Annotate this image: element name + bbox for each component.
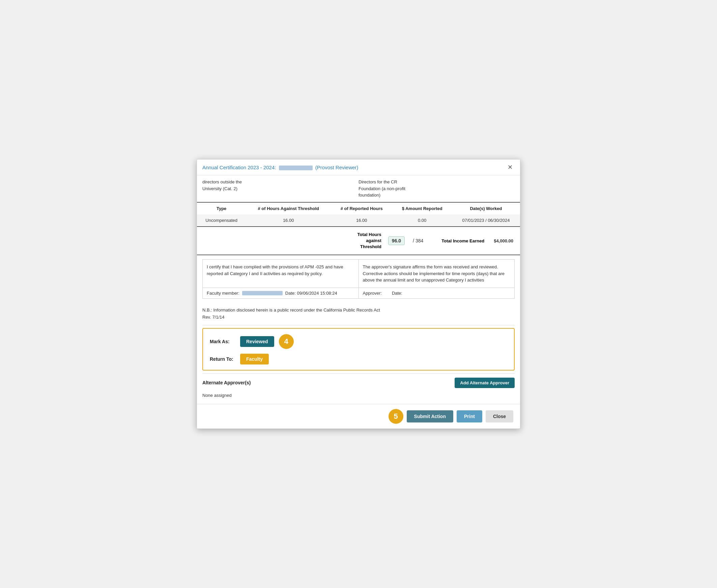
col-hours-threshold: # of Hours Against Threshold [246, 203, 331, 214]
alt-approver-title: Alternate Approver(s) [202, 380, 251, 385]
totals-row: Total Hours against Threshold 96.0 / 384… [197, 227, 520, 256]
modal-footer: 5 Submit Action Print Close [197, 404, 520, 428]
divider-1 [202, 325, 515, 326]
col-amount: $ Amount Reported [392, 203, 452, 214]
totals-income-label: Total Income Earned [442, 238, 484, 244]
cell-amount: 0.00 [392, 214, 452, 226]
step-5-badge: 5 [389, 409, 403, 424]
modal-container: Annual Certification 2023 - 2024: (Provo… [197, 159, 520, 428]
cell-hours-threshold: 16.00 [246, 214, 331, 226]
col-type: Type [197, 203, 246, 214]
cert-right-text: The approver's signature affirms the for… [359, 259, 515, 288]
data-table: Type # of Hours Against Threshold # of R… [197, 203, 520, 226]
totals-label: Total Hours against Threshold [357, 232, 382, 250]
cell-dates: 07/01/2023 / 06/30/2024 [452, 214, 520, 226]
top-left-text: directors outside the University (Cat. 2… [202, 179, 358, 198]
reviewed-button[interactable]: Reviewed [240, 336, 274, 347]
blurred-faculty-name [242, 291, 283, 295]
mark-as-label: Mark As: [210, 339, 240, 344]
submit-action-button[interactable]: Submit Action [407, 410, 453, 422]
cell-reported-hours: 16.00 [331, 214, 392, 226]
alt-approver-header: Alternate Approver(s) Add Alternate Appr… [202, 378, 515, 388]
alt-approver-none: None assigned [202, 391, 515, 400]
close-button[interactable]: Close [486, 410, 513, 422]
mark-as-row: Mark As: Reviewed 4 [210, 334, 507, 349]
alternate-approver-section: Alternate Approver(s) Add Alternate Appr… [197, 374, 520, 404]
totals-value-badge: 96.0 [388, 236, 405, 245]
cert-left-text: I certify that I have complied with the … [203, 259, 359, 288]
cert-bottom: Faculty member: Date: 09/06/2024 15:08:2… [203, 288, 514, 298]
cell-type: Uncompensated [197, 214, 246, 226]
add-alternate-approver-button[interactable]: Add Alternate Approver [455, 378, 515, 388]
faculty-label: Faculty member: [207, 291, 240, 296]
totals-income-value: $4,000.00 [494, 238, 513, 244]
return-to-row: Return To: Faculty [210, 354, 507, 364]
cert-sig-left: Faculty member: Date: 09/06/2024 15:08:2… [203, 288, 359, 298]
action-box: Mark As: Reviewed 4 Return To: Faculty [202, 328, 515, 371]
title-prefix: Annual Certification 2023 - 2024: [202, 165, 276, 170]
faculty-button[interactable]: Faculty [240, 354, 269, 364]
public-note: N.B.: Information disclosed herein is a … [197, 303, 520, 325]
col-dates: Date(s) Worked [452, 203, 520, 214]
modal-title: Annual Certification 2023 - 2024: (Provo… [202, 165, 358, 170]
return-to-label: Return To: [210, 356, 240, 362]
modal-header: Annual Certification 2023 - 2024: (Provo… [197, 160, 520, 175]
top-section: directors outside the University (Cat. 2… [197, 175, 520, 203]
table-row: Uncompensated 16.00 16.00 0.00 07/01/202… [197, 214, 520, 226]
content-area: directors outside the University (Cat. 2… [197, 175, 520, 404]
step-4-badge: 4 [279, 334, 294, 349]
print-button[interactable]: Print [457, 410, 482, 422]
approver-date-label: Date: [392, 291, 402, 296]
totals-slash: / 384 [413, 238, 423, 244]
cert-sig-right: Approver: Date: [359, 288, 515, 298]
modal-close-button[interactable]: ✕ [506, 163, 515, 172]
blurred-name-title [279, 166, 313, 170]
title-role: (Provost Reviewer) [315, 165, 358, 170]
cert-date: Date: 09/06/2024 15:08:24 [285, 291, 337, 296]
table-section: Type # of Hours Against Threshold # of R… [197, 203, 520, 227]
approver-label: Approver: [363, 291, 382, 296]
col-reported-hours: # of Reported Hours [331, 203, 392, 214]
cert-top: I certify that I have complied with the … [203, 259, 514, 288]
top-right-text: Directors for the CR Foundation (a non-p… [358, 179, 515, 198]
certification-section: I certify that I have complied with the … [202, 259, 515, 299]
table-header-row: Type # of Hours Against Threshold # of R… [197, 203, 520, 214]
